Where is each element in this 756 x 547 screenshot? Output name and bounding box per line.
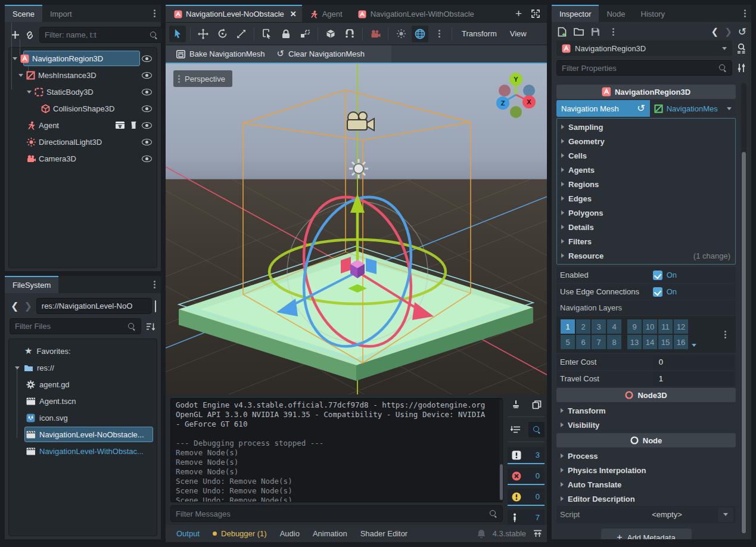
axis-z-label[interactable]: Z xyxy=(501,100,505,107)
section-transform[interactable]: Transform xyxy=(556,403,736,418)
close-icon[interactable]: ✕ xyxy=(290,10,297,18)
script-dropdown-button[interactable] xyxy=(718,508,733,522)
new-resource-icon[interactable] xyxy=(556,26,567,37)
open-docs-icon[interactable] xyxy=(736,43,746,54)
toggle-split-mode-button[interactable] xyxy=(155,300,156,312)
object-history-icon[interactable]: ↺ xyxy=(738,27,746,37)
lock-icon[interactable] xyxy=(278,26,294,42)
scene-tree-row[interactable]: NavigationRegion3D xyxy=(10,50,155,67)
more-menu-icon[interactable] xyxy=(431,26,447,42)
tab-audio[interactable]: Audio xyxy=(274,529,306,538)
output-console[interactable]: Godot Engine v4.3.stable.official.77dcf9… xyxy=(170,398,503,502)
navigation-mesh-property-label[interactable]: Navigation Mesh ↺ xyxy=(556,100,650,117)
enter-cost-input[interactable]: 0 xyxy=(653,355,733,369)
section-polygons[interactable]: Polygons xyxy=(557,206,735,220)
select-tool-icon[interactable] xyxy=(169,26,186,42)
filesystem-menu-icon[interactable] xyxy=(148,276,161,293)
section-edges[interactable]: Edges xyxy=(557,191,735,206)
file-row[interactable]: agent.gd xyxy=(10,376,155,393)
collapse-icon[interactable] xyxy=(15,366,20,369)
tab-output[interactable]: Output xyxy=(170,529,206,538)
collapse-duplicates-icon[interactable] xyxy=(508,422,524,437)
file-row[interactable]: ★ Favorites: xyxy=(10,343,155,359)
edited-object-dropdown[interactable]: NavigationRegion3D xyxy=(556,41,732,56)
box-select-tool-icon[interactable] xyxy=(259,26,275,42)
scene-tab[interactable]: Agent xyxy=(302,5,350,22)
snap-object-icon[interactable] xyxy=(322,26,339,42)
section-cells[interactable]: Cells xyxy=(557,148,735,163)
tab-history[interactable]: History xyxy=(633,5,673,22)
nav-back-button[interactable]: ❮ xyxy=(10,300,20,312)
axis-y-label[interactable]: Y xyxy=(514,76,518,83)
bake-navmesh-button[interactable]: Bake NavigationMesh xyxy=(172,45,269,63)
section-filters[interactable]: Filters xyxy=(557,234,735,248)
environment-globe-icon[interactable] xyxy=(412,26,428,42)
search-output-icon[interactable] xyxy=(528,422,545,437)
visibility-eye-icon[interactable] xyxy=(142,55,152,62)
layer-cell[interactable]: 7 xyxy=(592,335,606,349)
layer-cell[interactable]: 14 xyxy=(643,335,657,349)
tab-debugger[interactable]: Debugger (1) xyxy=(207,529,273,538)
message-filter-badge[interactable]: 7 xyxy=(508,509,545,527)
layer-cell[interactable]: 11 xyxy=(658,319,673,334)
layer-cell[interactable]: 13 xyxy=(627,335,642,349)
perspective-button[interactable]: Perspective xyxy=(173,70,232,87)
file-row[interactable]: NavigationLevel-WithObstac... xyxy=(10,443,155,459)
visibility-eye-icon[interactable] xyxy=(142,156,152,162)
fs-filter-input[interactable] xyxy=(15,322,127,331)
instance-scene-button[interactable] xyxy=(24,30,35,41)
filter-properties-input[interactable] xyxy=(562,64,718,73)
tab-shader-editor[interactable]: Shader Editor xyxy=(354,529,414,538)
enabled-checkbox[interactable] xyxy=(653,271,662,280)
scene-tree-row[interactable]: Agent xyxy=(10,117,155,133)
section-visibility[interactable]: Visibility xyxy=(556,418,736,432)
section-editor-description[interactable]: Editor Description xyxy=(556,492,736,506)
add-scene-tab-button[interactable]: + xyxy=(515,8,522,19)
visibility-eye-icon[interactable] xyxy=(142,89,152,95)
section-physics-interpolation[interactable]: Physics Interpolation xyxy=(556,463,736,477)
tab-animation[interactable]: Animation xyxy=(307,529,353,538)
sun-icon[interactable] xyxy=(393,26,409,42)
layer-cell[interactable]: 8 xyxy=(607,335,621,349)
rotate-tool-icon[interactable] xyxy=(214,26,231,42)
view-menu[interactable]: View xyxy=(505,29,532,38)
scene-tree-row[interactable]: DirectionalLight3D xyxy=(10,133,155,150)
section-auto-translate[interactable]: Auto Translate xyxy=(556,477,736,492)
viewport-3d[interactable]: Y Z X Perspective xyxy=(166,63,547,394)
layer-cell[interactable]: 16 xyxy=(674,335,688,349)
section-process[interactable]: Process xyxy=(556,449,736,463)
script-value[interactable]: <empty> xyxy=(616,510,718,519)
inspector-scrollbar[interactable] xyxy=(741,83,746,533)
navigation-mesh-resource-chip[interactable]: NavigationMes xyxy=(650,100,736,117)
travel-cost-input[interactable]: 1 xyxy=(653,372,733,386)
scene-tree-row[interactable]: MeshInstance3D xyxy=(10,67,155,83)
file-row[interactable]: NavigationLevel-NoObstacle... xyxy=(10,426,155,443)
chevron-down-icon[interactable] xyxy=(727,107,732,110)
inspector-scroll-area[interactable]: NavigationRegion3D Navigation Mesh ↺ Nav… xyxy=(556,83,736,539)
file-row[interactable]: icon.svg xyxy=(10,409,155,426)
tab-inspector[interactable]: Inspector xyxy=(552,5,599,22)
section-regions[interactable]: Regions xyxy=(557,177,735,191)
notification-bell-icon[interactable] xyxy=(477,529,486,538)
clear-navmesh-button[interactable]: ↺ Clear NavigationMesh xyxy=(272,45,369,63)
axis-x-label[interactable]: X xyxy=(527,98,531,105)
file-row[interactable]: Agent.tscn xyxy=(10,393,155,409)
revert-icon[interactable]: ↺ xyxy=(637,104,645,113)
warning-filter-badge[interactable]: 0 xyxy=(508,489,545,506)
scale-tool-icon[interactable] xyxy=(233,26,250,42)
collapse-icon[interactable] xyxy=(18,74,23,77)
visibility-eye-icon[interactable] xyxy=(142,139,152,145)
tab-node[interactable]: Node xyxy=(599,5,633,22)
transform-menu[interactable]: Transform xyxy=(456,29,502,38)
tab-scene[interactable]: Scene xyxy=(5,5,42,22)
scene-tab-active[interactable]: NavigationLevel-NoObstacle ✕ xyxy=(166,5,302,22)
layer-cell[interactable]: 3 xyxy=(592,319,606,334)
fs-path-input[interactable] xyxy=(42,302,147,310)
section-details[interactable]: Details xyxy=(557,220,735,234)
layer-cell[interactable]: 4 xyxy=(607,319,621,334)
inspector-menu-icon[interactable] xyxy=(738,5,751,22)
tab-import[interactable]: Import xyxy=(42,5,80,22)
console-scrollbar[interactable] xyxy=(499,399,503,501)
scene-filter-input[interactable] xyxy=(45,30,150,39)
collapse-icon[interactable] xyxy=(13,57,17,60)
